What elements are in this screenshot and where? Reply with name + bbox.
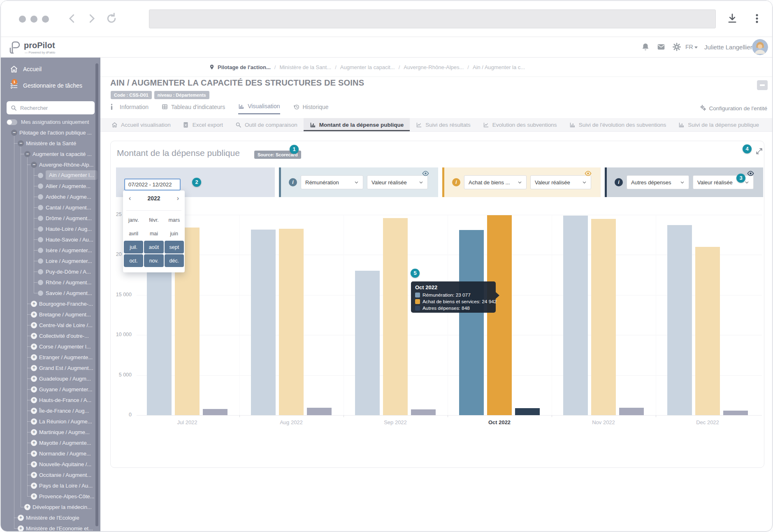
calendar-month-avril[interactable]: avril: [124, 227, 143, 240]
bar-r-mun-ration[interactable]: [355, 271, 380, 415]
expand-plus-icon[interactable]: +: [31, 333, 37, 339]
expand-plus-icon[interactable]: +: [31, 408, 37, 414]
expand-plus-icon[interactable]: +: [31, 451, 37, 457]
tree-item[interactable]: Loire / Augmenter...: [1, 256, 100, 266]
tree-item[interactable]: +Bourgogne-Franche-...: [1, 298, 100, 309]
tree-item[interactable]: −Ministère de la Santé: [1, 138, 100, 149]
subtab-excel-export[interactable]: Excel export: [177, 118, 229, 131]
tree-item[interactable]: +Guadeloupe / Augm...: [1, 373, 100, 384]
subtab-evolution-des-subventions[interactable]: Evolution des subventions: [477, 118, 563, 131]
subtab-suivi-de-la-d-pense-publique[interactable]: Suivi de la dépense publique: [672, 118, 765, 131]
tree-item[interactable]: −Augmenter la capacité ...: [1, 149, 100, 159]
bar-r-mun-ration[interactable]: [147, 267, 172, 415]
bar-r-mun-ration[interactable]: [251, 230, 276, 415]
breadcrumb-item[interactable]: Auvergne-Rhône-Alpes...: [404, 64, 464, 70]
collapse-panel-button[interactable]: [757, 80, 768, 90]
tree-item[interactable]: +Bretagne / Augment...: [1, 309, 100, 320]
expand-plus-icon[interactable]: +: [31, 397, 37, 403]
menu-kebab-icon[interactable]: [751, 13, 763, 24]
tree-item[interactable]: +Centre-Val de Loire /...: [1, 320, 100, 330]
tree-item[interactable]: +Hauts-de-France / A...: [1, 395, 100, 405]
bar-autres-d-penses[interactable]: [307, 408, 332, 415]
expand-plus-icon[interactable]: +: [31, 376, 37, 382]
window-dot-3[interactable]: [42, 16, 49, 23]
expand-plus-icon[interactable]: +: [24, 504, 30, 510]
url-bar[interactable]: [149, 9, 716, 28]
series-select[interactable]: Achat de biens ...: [464, 175, 527, 189]
tab-historique[interactable]: Historique: [293, 103, 329, 114]
expand-plus-icon[interactable]: +: [31, 483, 37, 489]
collapse-minus-icon[interactable]: −: [24, 151, 30, 157]
avatar[interactable]: [752, 39, 768, 55]
calendar-month-dc[interactable]: déc.: [165, 254, 184, 267]
tree-item[interactable]: +Martinique / Augme...: [1, 427, 100, 437]
bar-autres-d-penses[interactable]: [723, 411, 748, 415]
tree-item[interactable]: +Provence-Alpes-Côte...: [1, 491, 100, 502]
date-range-input[interactable]: [124, 179, 181, 190]
collapse-minus-icon[interactable]: −: [31, 162, 37, 168]
series-select[interactable]: Autres dépenses: [627, 175, 689, 189]
settings-gear-icon[interactable]: [672, 42, 681, 53]
calendar-month-aot[interactable]: août: [144, 241, 163, 253]
bar-achat-de-biens-et-services[interactable]: [383, 218, 408, 415]
expand-plus-icon[interactable]: +: [31, 418, 37, 425]
calendar-month-nov[interactable]: nov.: [144, 254, 163, 267]
tree-item[interactable]: −Pilotage de l'action publique ...: [1, 127, 100, 138]
download-icon[interactable]: [727, 13, 738, 24]
expand-plus-icon[interactable]: +: [31, 472, 37, 478]
tree-item[interactable]: +Île-de-France / Aug...: [1, 405, 100, 416]
language-selector[interactable]: FR: [685, 44, 698, 50]
expand-plus-icon[interactable]: +: [31, 440, 37, 446]
breadcrumb-item[interactable]: Ain / Augmenter la c...: [473, 64, 525, 70]
calendar-month-juil[interactable]: juil.: [124, 241, 143, 253]
expand-plus-icon[interactable]: +: [18, 525, 24, 532]
expand-plus-icon[interactable]: +: [31, 365, 37, 371]
calendar-month-juin[interactable]: juin: [165, 227, 184, 240]
tree-item[interactable]: +Nouvelle-Aquitaine /...: [1, 459, 100, 469]
bar-achat-de-biens-et-services[interactable]: [591, 219, 616, 415]
tree-item[interactable]: +Etranger / Augmente...: [1, 352, 100, 362]
eye-icon[interactable]: [747, 170, 754, 178]
tree-item[interactable]: Cantal / Augment...: [1, 202, 100, 213]
bar-r-mun-ration[interactable]: [563, 216, 588, 415]
tree-item-selected[interactable]: Ain / Augmenter l...: [1, 170, 100, 181]
calendar-month-sept[interactable]: sept: [165, 241, 184, 253]
tree-item[interactable]: Isère / Augmenter...: [1, 245, 100, 256]
calendar-prev-icon[interactable]: ‹: [129, 195, 131, 202]
tree-item[interactable]: +Corse / Augmenter l...: [1, 341, 100, 352]
refresh-icon[interactable]: [105, 12, 118, 25]
bar-achat-de-biens-et-services[interactable]: [279, 229, 304, 415]
calendar-month-fvr[interactable]: févr.: [144, 214, 163, 226]
expand-plus-icon[interactable]: +: [31, 386, 37, 393]
window-dot-1[interactable]: [19, 16, 26, 23]
collapse-minus-icon[interactable]: −: [18, 140, 24, 146]
collapse-minus-icon[interactable]: −: [11, 130, 17, 136]
tree-item[interactable]: +Développer la médecin...: [1, 502, 100, 512]
tree-item[interactable]: +Guyane / Augmenter...: [1, 384, 100, 395]
tree-item[interactable]: +Mayotte / Augmente...: [1, 437, 100, 448]
eye-icon[interactable]: [422, 170, 429, 178]
subtab-montant-de-la-d-pense-publique[interactable]: Montant de la dépense publique: [304, 118, 410, 131]
tree-item[interactable]: Puy-de-Dôme / A...: [1, 266, 100, 277]
calendar-next-icon[interactable]: ›: [177, 195, 179, 202]
breadcrumb-item[interactable]: Augmenter la capacit...: [340, 64, 395, 70]
entity-config-button[interactable]: Configuration de l'entité: [700, 105, 767, 112]
tree-item[interactable]: Savoie / Augment...: [1, 288, 100, 298]
expand-plus-icon[interactable]: +: [31, 344, 37, 350]
forward-icon[interactable]: [86, 12, 98, 25]
expand-plus-icon[interactable]: +: [31, 461, 37, 467]
measure-select[interactable]: Valeur réalisée: [530, 175, 591, 189]
user-name[interactable]: Juliette Langellier: [704, 44, 752, 51]
breadcrumb-item[interactable]: Pilotage de l'action...: [218, 64, 271, 70]
notifications-bell-icon[interactable]: [641, 42, 650, 53]
subtab-outil-de-comparaison[interactable]: Outil de comparaison: [229, 118, 304, 131]
expand-plus-icon[interactable]: +: [31, 311, 37, 318]
expand-plus-icon[interactable]: +: [31, 429, 37, 435]
tree-item[interactable]: Haute-Loire / Aug...: [1, 223, 100, 234]
tree-item[interactable]: Ardèche / Augme...: [1, 191, 100, 202]
tree-item[interactable]: +Pays de la Loire / Au...: [1, 480, 100, 491]
tab-information[interactable]: Information: [110, 103, 149, 114]
bar-r-mun-ration[interactable]: [667, 225, 692, 415]
tree-item[interactable]: +Occitanie / Augment...: [1, 469, 100, 480]
bar-autres-d-penses[interactable]: [203, 409, 227, 415]
